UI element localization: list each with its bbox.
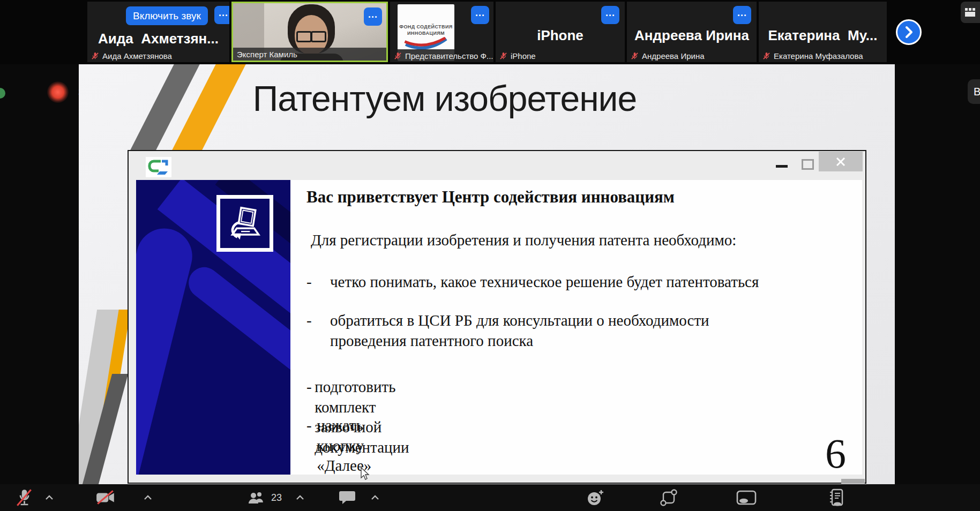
recording-dot-icon bbox=[47, 81, 69, 103]
more-options-icon[interactable]: ... bbox=[733, 6, 751, 24]
slide-page-number: 6 bbox=[825, 430, 846, 478]
muted-mic-icon bbox=[91, 52, 99, 60]
fund-logo-line2: ИННОВАЦИЯМ bbox=[407, 31, 445, 36]
bullet-item: - обратиться в ЦСИ РБ для консультации о… bbox=[306, 311, 753, 351]
more-options-icon[interactable]: ... bbox=[364, 7, 382, 26]
participant-name-label: Представительство Ф... bbox=[390, 49, 493, 62]
bullet-text: обратиться в ЦСИ РБ для консультации о н… bbox=[330, 311, 753, 351]
microphone-muted-icon bbox=[15, 488, 33, 507]
bullet-item: - нажать кнопку «Далее» bbox=[306, 416, 385, 476]
panel-art bbox=[136, 222, 198, 475]
notes-button[interactable] bbox=[828, 484, 844, 511]
mute-button[interactable] bbox=[15, 484, 33, 511]
participant-tile-iphone[interactable]: ... iPhone iPhone bbox=[496, 2, 625, 62]
chevron-right-icon bbox=[904, 26, 914, 39]
scrollbar-fragment[interactable] bbox=[841, 479, 865, 484]
participant-tile-aida[interactable]: Включить звук ... Аида Ахметзян... Аида … bbox=[87, 2, 229, 62]
gallery-view-button[interactable] bbox=[961, 2, 980, 23]
participants-icon bbox=[248, 491, 267, 505]
camera-muted-icon bbox=[95, 490, 116, 506]
muted-mic-icon bbox=[631, 52, 639, 60]
participant-display-name: Аида Ахметзян... bbox=[87, 31, 229, 47]
more-options-icon[interactable]: ... bbox=[214, 6, 229, 24]
more-options-icon[interactable]: ... bbox=[601, 6, 619, 24]
reactions-smiley-icon bbox=[586, 489, 604, 507]
participant-display-name: Екатерина Му... bbox=[759, 27, 887, 44]
next-participants-page-button[interactable] bbox=[896, 19, 922, 45]
participant-tile-ekaterina[interactable]: Екатерина Му... Екатерина Муфазалова bbox=[759, 2, 887, 62]
chat-bubble-icon bbox=[339, 490, 356, 505]
app-logo-icon bbox=[146, 157, 171, 177]
whiteboard-button[interactable] bbox=[736, 484, 757, 511]
participants-count: 23 bbox=[271, 492, 282, 504]
chevron-up-icon bbox=[296, 495, 304, 500]
video-button[interactable] bbox=[95, 484, 116, 511]
wizard-intro: Для регистрации изобретения и получения … bbox=[311, 231, 736, 249]
participant-video-glasses bbox=[296, 31, 326, 40]
chevron-up-icon bbox=[371, 495, 379, 500]
edge-avatar-sliver bbox=[0, 88, 5, 99]
participants-options-chevron[interactable] bbox=[296, 484, 304, 511]
participant-name-label: Екатерина Муфазалова bbox=[759, 49, 887, 62]
maximize-icon[interactable] bbox=[802, 159, 814, 170]
wizard-heading: Вас приветствует Центр содействия иннова… bbox=[306, 187, 675, 207]
bullet-marker: - bbox=[306, 272, 330, 292]
participants-strip: Включить звук ... Аида Ахметзян... Аида … bbox=[0, 0, 980, 64]
chat-button[interactable] bbox=[339, 484, 356, 511]
installer-icon bbox=[216, 195, 273, 252]
mouse-cursor bbox=[360, 467, 370, 481]
participants-button[interactable]: 23 bbox=[248, 484, 282, 511]
meeting-toolbar: 23 bbox=[0, 484, 980, 511]
participant-name-text: iPhone bbox=[511, 51, 536, 61]
bullet-text: четко понимать, какое техническое решени… bbox=[330, 272, 812, 292]
video-options-chevron[interactable] bbox=[144, 484, 152, 511]
participant-name-text: Представительство Ф... bbox=[405, 51, 493, 61]
participant-tile-expert-kamil[interactable]: ... Эксперт Камиль bbox=[231, 2, 388, 62]
minimize-icon[interactable] bbox=[776, 165, 788, 168]
participant-name-label: Аида Ахметзянова bbox=[87, 49, 229, 62]
wizard-left-panel bbox=[136, 180, 290, 475]
bullet-text: нажать кнопку «Далее» bbox=[317, 416, 385, 476]
view-button[interactable]: В bbox=[968, 79, 980, 104]
wizard-window: Вас приветствует Центр содействия иннова… bbox=[128, 150, 866, 484]
close-button[interactable] bbox=[819, 152, 863, 171]
participant-name-text: Андреева Ирина bbox=[642, 51, 705, 61]
whiteboard-icon bbox=[736, 490, 757, 505]
participant-name-text: Аида Ахметзянова bbox=[102, 51, 172, 61]
participant-name-label: Эксперт Камиль bbox=[233, 48, 386, 61]
gallery-grid-icon bbox=[964, 6, 976, 18]
close-x-icon bbox=[835, 156, 846, 167]
more-options-icon[interactable]: ... bbox=[471, 6, 489, 24]
muted-mic-icon bbox=[762, 52, 770, 60]
mute-options-chevron[interactable] bbox=[45, 484, 54, 511]
bullet-marker: - bbox=[306, 416, 317, 476]
chevron-up-icon bbox=[45, 495, 54, 500]
participant-tile-andreeva[interactable]: ... Андреева Ирина Андреева Ирина bbox=[627, 2, 757, 62]
apps-button[interactable] bbox=[660, 484, 677, 511]
participant-name-text: Эксперт Камиль bbox=[237, 50, 297, 59]
participant-name-text: Екатерина Муфазалова bbox=[774, 51, 863, 61]
slide-title: Патентуем изобретение bbox=[212, 78, 678, 119]
apps-icon bbox=[660, 489, 677, 506]
muted-mic-icon bbox=[499, 52, 507, 60]
reactions-button[interactable] bbox=[586, 484, 604, 511]
notes-icon bbox=[828, 489, 844, 507]
bullet-marker: - bbox=[306, 311, 330, 351]
unmute-button[interactable]: Включить звук bbox=[126, 6, 208, 25]
participant-tile-fund[interactable]: ФОНД СОДЕЙСТВИЯ ИННОВАЦИЯМ ... Представи… bbox=[390, 2, 493, 62]
chat-options-chevron[interactable] bbox=[371, 484, 379, 511]
chevron-up-icon bbox=[144, 495, 152, 500]
fund-logo-line1: ФОНД СОДЕЙСТВИЯ bbox=[399, 24, 452, 30]
participant-display-name: Андреева Ирина bbox=[627, 27, 757, 44]
participant-name-label: iPhone bbox=[496, 49, 625, 62]
participant-name-label: Андреева Ирина bbox=[627, 49, 757, 62]
bullet-item: - четко понимать, какое техническое реше… bbox=[306, 272, 812, 292]
muted-mic-icon bbox=[394, 52, 402, 60]
participant-display-name: iPhone bbox=[496, 27, 625, 44]
